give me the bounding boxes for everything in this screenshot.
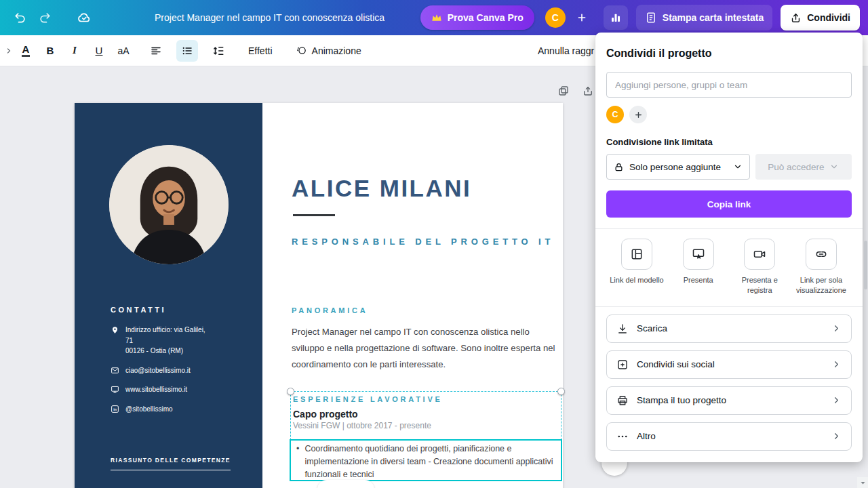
redo-button[interactable] xyxy=(33,5,57,30)
add-collaborator-button[interactable] xyxy=(629,106,647,123)
overview-heading[interactable]: PANORAMICA xyxy=(292,306,368,314)
contact-linkedin[interactable]: in @sitobellissimo xyxy=(111,404,243,415)
add-people-input[interactable] xyxy=(606,72,852,98)
plus-icon xyxy=(634,110,643,119)
contact-website[interactable]: www.sitobellissimo.it xyxy=(111,384,243,395)
contact-address-text: Indirizzo ufficio: via Galilei, 71 00126… xyxy=(125,325,205,357)
view-only-link-icon xyxy=(806,239,837,270)
overview-text[interactable]: Project Manager nel campo IT con conosce… xyxy=(292,324,561,373)
resume-sidebar: CONTATTI Indirizzo ufficio: via Galilei,… xyxy=(75,103,262,488)
experience-heading[interactable]: ESPERIENZE LAVORATIVE xyxy=(293,395,561,403)
template-link-action[interactable]: Link del modello xyxy=(606,239,667,296)
collaborator-avatars: C xyxy=(606,106,852,123)
align-left-icon xyxy=(150,45,162,57)
bullet-list-button[interactable] xyxy=(176,40,198,62)
text-case-button[interactable]: aA xyxy=(113,40,134,62)
job-bullet-text: Coordinamento quotidiano dei progetti, p… xyxy=(304,443,555,481)
top-bar: Project Manager nel campo IT con conosce… xyxy=(0,0,868,35)
bold-button[interactable]: B xyxy=(39,40,61,62)
panel-expand-chevron-icon[interactable] xyxy=(4,41,14,60)
canvas-scroll-down-button[interactable] xyxy=(857,477,868,488)
design-title[interactable]: Project Manager nel campo IT con conosce… xyxy=(155,12,385,23)
ungroup-button[interactable]: Annulla raggr xyxy=(538,35,594,66)
text-color-button[interactable]: A xyxy=(15,40,37,62)
skills-summary-heading[interactable]: RIASSUNTO DELLE COMPETENZE xyxy=(111,457,231,470)
crown-icon xyxy=(431,12,442,23)
selection-handle-top-right[interactable] xyxy=(557,388,565,395)
selected-bullet-textbox[interactable]: Coordinamento quotidiano dei progetti, p… xyxy=(290,439,562,481)
underline-icon: U xyxy=(96,45,103,56)
share-social-label: Condividi sui social xyxy=(637,359,715,369)
template-link-label: Link del modello xyxy=(606,275,667,285)
share-button[interactable]: Condividi xyxy=(781,5,860,30)
animation-icon xyxy=(296,45,307,56)
effects-button[interactable]: Effetti xyxy=(241,40,279,62)
profile-photo-illustration xyxy=(109,145,229,264)
print-letterhead-button[interactable]: Stampa carta intestata xyxy=(636,5,772,30)
location-pin-icon xyxy=(111,325,119,334)
more-label: Altro xyxy=(637,431,656,441)
line-spacing-button[interactable] xyxy=(208,40,229,62)
job-title[interactable]: Capo progetto xyxy=(293,409,561,420)
panel-scrollbar-thumb[interactable] xyxy=(864,241,867,289)
share-social-menu-item[interactable]: Condividi sui social xyxy=(606,350,852,379)
print-project-menu-item[interactable]: Stampa il tuo progetto xyxy=(606,386,852,415)
download-menu-item[interactable]: Scarica xyxy=(606,314,852,343)
page-indicator-pill[interactable] xyxy=(317,480,374,488)
selected-experience-group[interactable]: ESPERIENZE LAVORATIVE Capo progetto Vess… xyxy=(290,391,561,481)
panel-divider xyxy=(595,228,863,229)
italic-button[interactable]: I xyxy=(64,40,85,62)
template-link-icon xyxy=(621,239,652,270)
alignment-button[interactable] xyxy=(145,40,167,62)
more-menu-item[interactable]: Altro xyxy=(606,422,852,451)
view-only-link-action[interactable]: Link per sola visualizzazione xyxy=(791,239,852,296)
download-label: Scarica xyxy=(637,323,667,333)
add-member-button[interactable] xyxy=(570,5,594,30)
monitor-icon xyxy=(111,384,119,394)
name-underline-rule xyxy=(293,214,335,216)
cloud-save-status-button[interactable] xyxy=(72,5,96,30)
duplicate-icon xyxy=(557,85,570,97)
resume-name[interactable]: ALICE MILANI xyxy=(292,175,471,202)
copy-link-button[interactable]: Copia link xyxy=(606,190,852,218)
share-panel-title: Condividi il progetto xyxy=(606,47,852,60)
chevron-down-icon xyxy=(733,162,743,171)
scroll-arrow-down-icon xyxy=(860,480,866,486)
share-export-icon xyxy=(790,12,802,24)
resume-page[interactable]: CONTATTI Indirizzo ufficio: via Galilei,… xyxy=(75,103,563,488)
print-project-label: Stampa il tuo progetto xyxy=(637,395,726,405)
selection-handle-top-left[interactable] xyxy=(287,388,294,395)
bullet-list-icon xyxy=(181,45,193,57)
try-canva-pro-button[interactable]: Prova Canva Pro xyxy=(420,5,534,30)
resume-main: ALICE MILANI RESPONSABILE DEL PROGETTO I… xyxy=(262,103,563,488)
ungroup-label: Annulla raggr xyxy=(538,45,594,56)
job-meta[interactable]: Vessini FGW | ottobre 2017 - presente xyxy=(293,421,561,430)
present-label: Presenta xyxy=(668,275,729,285)
collaborator-avatar[interactable]: C xyxy=(606,106,624,123)
insights-button[interactable] xyxy=(604,5,628,30)
chevron-right-icon xyxy=(831,359,842,369)
export-page-button[interactable] xyxy=(580,83,595,98)
resume-role[interactable]: RESPONSABILE DEL PROGETTO IT xyxy=(292,237,554,247)
permission-dropdown[interactable]: Può accedere xyxy=(755,154,852,180)
profile-photo[interactable] xyxy=(109,145,229,264)
contact-website-text: www.sitobellissimo.it xyxy=(125,384,187,395)
link-sharing-label: Condivisione link limitata xyxy=(606,137,852,147)
contact-email[interactable]: ciao@sitobellissimo.it xyxy=(111,365,243,376)
contacts-heading[interactable]: CONTATTI xyxy=(111,306,243,314)
linkedin-icon: in xyxy=(111,404,119,413)
print-letterhead-label: Stampa carta intestata xyxy=(663,12,764,23)
svg-text:in: in xyxy=(113,407,117,411)
contact-address[interactable]: Indirizzo ufficio: via Galilei, 71 00126… xyxy=(111,325,243,357)
canva-editor: Project Manager nel campo IT con conosce… xyxy=(0,0,868,488)
duplicate-page-button[interactable] xyxy=(556,83,571,98)
present-record-action[interactable]: Presenta e registra xyxy=(729,239,790,296)
download-icon xyxy=(616,323,629,335)
undo-button[interactable] xyxy=(8,5,33,30)
chevron-right-icon xyxy=(831,323,842,333)
access-dropdown[interactable]: Solo persone aggiunte xyxy=(606,154,750,180)
animation-button[interactable]: Animazione xyxy=(289,40,368,62)
account-avatar[interactable]: C xyxy=(545,7,566,28)
present-action[interactable]: Presenta xyxy=(668,239,729,296)
underline-button[interactable]: U xyxy=(88,40,110,62)
